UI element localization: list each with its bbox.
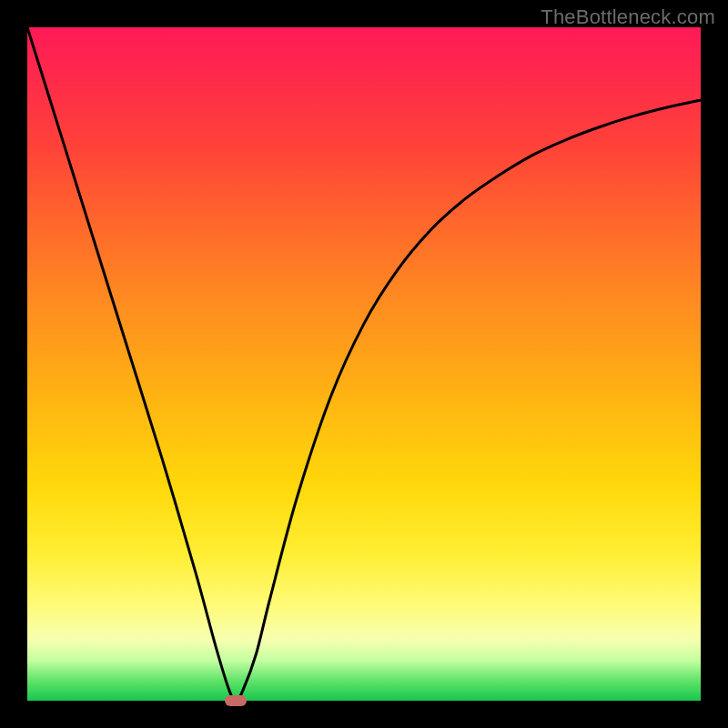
curve-svg bbox=[27, 27, 701, 701]
watermark-text: TheBottleneck.com bbox=[541, 5, 715, 29]
minimum-marker bbox=[225, 695, 247, 706]
bottleneck-curve-path bbox=[27, 27, 701, 701]
chart-frame: TheBottleneck.com bbox=[0, 0, 728, 728]
plot-area bbox=[27, 27, 701, 701]
